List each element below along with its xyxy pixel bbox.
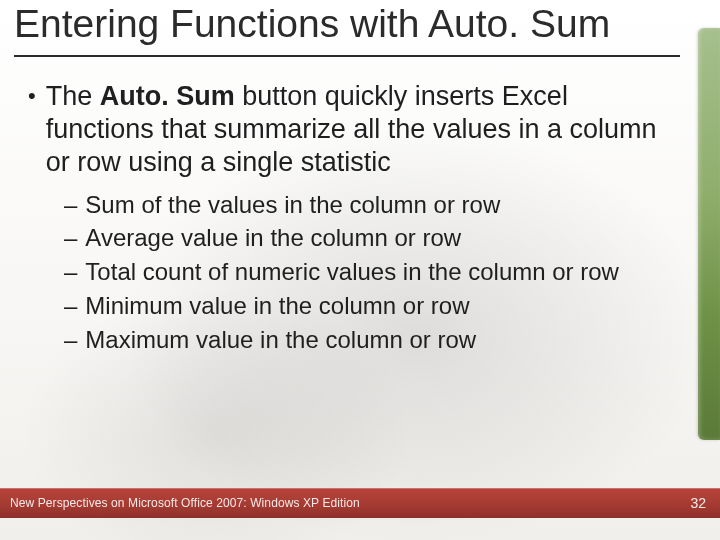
dash-icon: – — [64, 189, 77, 221]
dash-icon: – — [64, 324, 77, 356]
title-underline — [14, 55, 680, 57]
slide: Entering Functions with Auto. Sum • The … — [0, 0, 720, 540]
bullet-level2: – Minimum value in the column or row — [64, 290, 676, 322]
sub-bullet-text: Maximum value in the column or row — [85, 324, 476, 356]
slide-title: Entering Functions with Auto. Sum — [14, 2, 680, 53]
bullet-level1: • The Auto. Sum button quickly inserts E… — [28, 80, 676, 179]
bullet-level2: – Total count of numeric values in the c… — [64, 256, 676, 288]
bullet-prefix: The — [46, 81, 100, 111]
page-number: 32 — [690, 495, 706, 511]
bullet-level2: – Average value in the column or row — [64, 222, 676, 254]
body-area: • The Auto. Sum button quickly inserts E… — [28, 80, 676, 357]
bullet-dot-icon: • — [28, 80, 36, 179]
side-tab-accent — [698, 28, 720, 440]
dash-icon: – — [64, 222, 77, 254]
title-area: Entering Functions with Auto. Sum — [14, 2, 680, 57]
bullet-level2: – Maximum value in the column or row — [64, 324, 676, 356]
sub-bullet-text: Total count of numeric values in the col… — [85, 256, 619, 288]
footer-text: New Perspectives on Microsoft Office 200… — [10, 496, 360, 510]
dash-icon: – — [64, 290, 77, 322]
sub-bullet-text: Sum of the values in the column or row — [85, 189, 500, 221]
footer-bar: New Perspectives on Microsoft Office 200… — [0, 488, 720, 518]
sub-bullet-text: Minimum value in the column or row — [85, 290, 469, 322]
bullet-level2: – Sum of the values in the column or row — [64, 189, 676, 221]
bullet-bold: Auto. Sum — [100, 81, 235, 111]
sub-bullet-text: Average value in the column or row — [85, 222, 461, 254]
dash-icon: – — [64, 256, 77, 288]
sub-bullet-list: – Sum of the values in the column or row… — [64, 189, 676, 355]
bullet-text: The Auto. Sum button quickly inserts Exc… — [46, 80, 676, 179]
